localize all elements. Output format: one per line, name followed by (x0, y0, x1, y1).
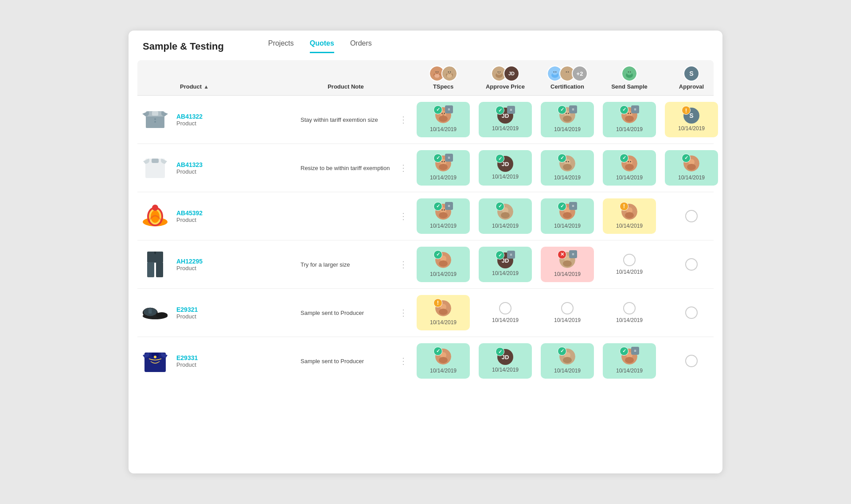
approval-cell[interactable] (660, 341, 722, 380)
status-date: 10/14/2019 (430, 126, 457, 132)
tspecs-avatars (429, 66, 457, 81)
cert-count: +2 (572, 66, 588, 81)
table-row: E29331 Product Sample sent to Producer ⋮… (137, 337, 714, 385)
certification-cell[interactable]: 10/14/2019 (536, 293, 598, 332)
approve-price-cell[interactable]: ✓ 10/14/2019 (474, 197, 536, 236)
status-date: 10/14/2019 (554, 223, 581, 229)
row-more-button[interactable]: ⋮ (394, 211, 412, 221)
send-sample-cell[interactable]: ✓ ≡ 10/14/2019 (598, 100, 660, 139)
svg-point-57 (444, 161, 445, 162)
tab-quotes[interactable]: Quotes (310, 39, 334, 53)
row-more-button[interactable]: ⋮ (394, 356, 412, 366)
status-date: 10/14/2019 (616, 368, 643, 374)
empty-circle (685, 355, 698, 367)
product-col-label: Product (180, 83, 202, 90)
send-sample-avatars (621, 66, 637, 81)
approve-price-cell[interactable]: ✓ JD ≡ 10/14/2019 (474, 100, 536, 139)
svg-point-10 (450, 71, 451, 72)
status-date: 10/14/2019 (678, 125, 705, 132)
product-info: AH12295 Product (173, 258, 297, 271)
approval-cell[interactable]: ! S 10/14/2019 (660, 100, 722, 139)
svg-rect-92 (156, 262, 163, 277)
product-note: Stay within tariff exemtion size (297, 116, 394, 123)
doc-badge: ≡ (507, 106, 515, 114)
svg-point-16 (500, 71, 500, 72)
tspecs-cell[interactable]: ✓ 10/14/2019 (412, 341, 474, 380)
doc-badge: ≡ (631, 347, 639, 355)
check-icon: ✓ (496, 251, 504, 260)
check-icon: ✓ (620, 154, 628, 163)
approval-cell[interactable] (660, 197, 722, 236)
approval-cell[interactable] (660, 245, 722, 284)
svg-point-14 (496, 70, 502, 75)
status-date: 10/14/2019 (616, 223, 643, 229)
status-date: 10/14/2019 (616, 269, 643, 275)
approval-cell[interactable]: ✓ 10/14/2019 (660, 148, 722, 187)
product-id[interactable]: AB45392 (176, 209, 297, 217)
svg-point-28 (627, 70, 632, 75)
status-date: 10/14/2019 (430, 223, 457, 229)
product-type: Product (176, 361, 297, 368)
tspecs-cell[interactable]: ✓ ≡ 10/14/2019 (412, 148, 474, 187)
certification-cell[interactable]: ✓ ≡ 10/14/2019 (536, 100, 598, 139)
svg-point-49 (628, 112, 628, 113)
svg-point-109 (154, 356, 156, 358)
product-id[interactable]: AB41322 (176, 113, 297, 120)
approve-price-cell[interactable]: ✓ JD 10/14/2019 (474, 148, 536, 187)
tspecs-cell[interactable]: ✓ 10/14/2019 (412, 245, 474, 284)
col-product[interactable]: Product ▲ (173, 81, 297, 92)
certification-cell[interactable]: ✓ 10/14/2019 (536, 341, 598, 380)
approval-cell[interactable] (660, 293, 722, 332)
send-sample-cell[interactable]: 10/14/2019 (598, 245, 660, 284)
send-sample-cell[interactable]: ✓ 10/14/2019 (598, 148, 660, 187)
svg-point-44 (566, 112, 566, 113)
tspecs-cell[interactable]: ✓ ≡ 10/14/2019 (412, 197, 474, 236)
certification-cell[interactable]: ✕ ≡ 10/14/2019 (536, 245, 598, 284)
product-image (137, 105, 173, 135)
send-sample-cell[interactable]: ✓ ≡ 10/14/2019 (598, 341, 660, 380)
svg-point-50 (630, 112, 631, 113)
check-icon: ✓ (620, 105, 628, 114)
send-sample-cell[interactable]: 10/14/2019 (598, 293, 660, 332)
product-id[interactable]: E29321 (176, 306, 297, 313)
col-approval: S Approval (660, 64, 722, 92)
app-title: Sample & Testing (143, 41, 224, 52)
approve-price-cell[interactable]: ✓ JD 10/14/2019 (474, 341, 536, 380)
status-date: 10/14/2019 (492, 367, 519, 373)
row-more-button[interactable]: ⋮ (394, 259, 412, 270)
status-date: 10/14/2019 (430, 271, 457, 277)
status-date: 10/14/2019 (616, 317, 643, 323)
table-row: AB41322 Product Stay within tariff exemt… (137, 96, 714, 144)
certification-cell[interactable]: ✓ ≡ 10/14/2019 (536, 197, 598, 236)
product-id[interactable]: AH12295 (176, 258, 297, 265)
row-more-button[interactable]: ⋮ (394, 307, 412, 318)
status-date: 10/14/2019 (430, 174, 457, 181)
product-id[interactable]: E29331 (176, 354, 297, 361)
status-date: 10/14/2019 (554, 271, 581, 277)
empty-circle (685, 258, 698, 271)
row-more-button[interactable]: ⋮ (394, 163, 412, 173)
status-date: 10/14/2019 (492, 270, 519, 276)
product-image (137, 249, 173, 279)
send-sample-cell[interactable]: ! 10/14/2019 (598, 197, 660, 236)
svg-point-106 (439, 309, 448, 315)
tspecs-cell[interactable]: ! 10/14/2019 (412, 293, 474, 332)
row-more-button[interactable]: ⋮ (394, 114, 412, 125)
warn-icon: ! (682, 106, 691, 115)
empty-circle (685, 306, 698, 319)
certification-cell[interactable]: ✓ 10/14/2019 (536, 148, 598, 187)
product-id[interactable]: AB41323 (176, 161, 297, 168)
doc-badge: ≡ (445, 202, 453, 210)
tab-projects[interactable]: Projects (268, 39, 294, 53)
svg-point-80 (444, 209, 445, 210)
svg-point-86 (563, 212, 572, 218)
table-row: AH12295 Product Try for a larger size ⋮ … (137, 240, 714, 289)
approve-price-cell[interactable]: ✓ JD ≡ 10/14/2019 (474, 245, 536, 284)
product-type: Product (176, 120, 297, 127)
svg-point-25 (568, 71, 569, 72)
approve-price-cell[interactable]: 10/14/2019 (474, 293, 536, 332)
approve-price-avatars: JD (491, 66, 519, 81)
tspecs-cell[interactable]: ✓ ≡ 10/14/2019 (412, 100, 474, 139)
tab-orders[interactable]: Orders (350, 39, 372, 53)
svg-point-89 (625, 212, 634, 218)
